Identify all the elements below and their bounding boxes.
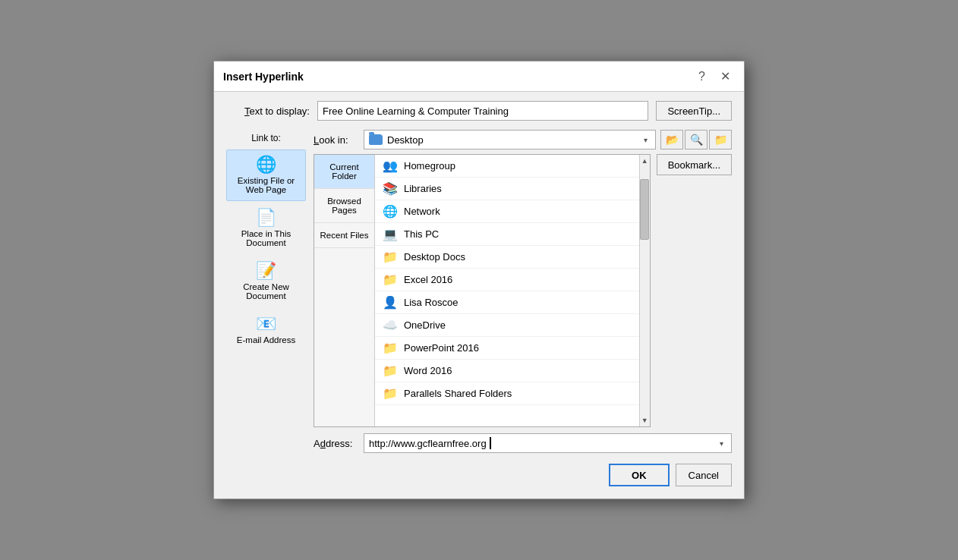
dialog-title: Insert Hyperlink — [223, 71, 304, 83]
list-item[interactable]: 📁 PowerPoint 2016 — [375, 337, 639, 360]
list-item[interactable]: 📚 Libraries — [375, 178, 639, 200]
scrollbar-thumb[interactable] — [640, 179, 649, 240]
ok-button[interactable]: OK — [609, 464, 670, 486]
existing-file-icon: 🌐 — [256, 156, 276, 173]
powerpoint-icon: 📁 — [383, 341, 398, 355]
title-bar: Insert Hyperlink ? ✕ — [214, 61, 744, 92]
existing-file-label: Existing File orWeb Page — [238, 176, 295, 194]
link-to-panel: Link to: 🌐 Existing File orWeb Page 📄 Pl… — [226, 130, 306, 486]
list-item[interactable]: 📁 Word 2016 — [375, 360, 639, 382]
address-input[interactable]: http://www.gcflearnfree.org ▾ — [364, 433, 732, 453]
address-row: Address: http://www.gcflearnfree.org ▾ — [314, 433, 732, 453]
browser-area: CurrentFolder BrowsedPages Recent Files … — [314, 154, 651, 427]
libraries-icon: 📚 — [383, 181, 398, 196]
list-item[interactable]: 👥 Homegroup — [375, 155, 639, 178]
text-display-row: Text to display: ScreenTip... — [226, 101, 732, 121]
browse-button[interactable]: 📂 — [660, 130, 683, 149]
list-item[interactable]: 💻 This PC — [375, 223, 639, 246]
help-button[interactable]: ? — [694, 68, 710, 85]
link-existing-file[interactable]: 🌐 Existing File orWeb Page — [226, 149, 306, 201]
file-name: OneDrive — [404, 319, 446, 331]
create-new-document-icon: 📝 — [256, 263, 276, 279]
screentip-button[interactable]: ScreenTip... — [656, 101, 732, 121]
file-name: Excel 2016 — [404, 274, 452, 285]
lisa-roscoe-icon: 👤 — [383, 295, 398, 310]
lookin-label: Look in: — [314, 134, 359, 146]
file-name: Libraries — [404, 183, 442, 194]
list-item[interactable]: 📁 Desktop Docs — [375, 246, 639, 269]
dialog-content: Text to display: ScreenTip... Link to: 🌐… — [214, 92, 744, 499]
link-place-in-document[interactable]: 📄 Place in ThisDocument — [226, 203, 306, 254]
file-name: Lisa Roscoe — [404, 297, 459, 308]
search-web-button[interactable]: 🔍 — [685, 130, 707, 149]
text-display-input[interactable] — [317, 101, 648, 121]
link-create-new-document[interactable]: 📝 Create NewDocument — [226, 256, 306, 307]
cancel-button[interactable]: Cancel — [676, 464, 732, 486]
parallels-icon: 📁 — [383, 386, 398, 401]
list-item[interactable]: 📁 Parallels Shared Folders — [375, 382, 639, 405]
lookin-value: Desktop — [387, 134, 424, 146]
text-display-label: Text to display: — [226, 105, 310, 117]
lookin-row: Look in: Desktop ▾ 📂 🔍 📁 — [314, 130, 732, 149]
homegroup-icon: 👥 — [383, 159, 398, 173]
address-label: Address: — [314, 438, 359, 449]
place-in-document-icon: 📄 — [256, 209, 276, 226]
onedrive-icon: ☁️ — [383, 318, 398, 332]
desktop-docs-icon: 📁 — [383, 250, 398, 264]
right-section: Look in: Desktop ▾ 📂 🔍 📁 — [314, 130, 732, 486]
list-item[interactable]: 👤 Lisa Roscoe — [375, 291, 639, 314]
file-name: Parallels Shared Folders — [404, 388, 512, 399]
file-name: Network — [404, 206, 440, 217]
list-item[interactable]: 🌐 Network — [375, 200, 639, 223]
file-name: This PC — [404, 228, 439, 240]
address-value: http://www.gcflearnfree.org — [369, 438, 487, 449]
close-button[interactable]: ✕ — [716, 68, 735, 85]
lookin-dropdown[interactable]: Desktop ▾ — [364, 130, 656, 149]
text-cursor — [490, 437, 491, 449]
email-address-icon: 📧 — [256, 316, 276, 332]
folder-icon — [369, 134, 383, 145]
file-name: Word 2016 — [404, 365, 452, 376]
insert-hyperlink-dialog: Insert Hyperlink ? ✕ Text to display: Sc… — [213, 61, 745, 499]
address-dropdown-arrow[interactable]: ▾ — [717, 439, 726, 448]
this-pc-icon: 💻 — [383, 227, 398, 241]
current-folder-tab[interactable]: CurrentFolder — [314, 155, 374, 189]
recent-files-tab[interactable]: Recent Files — [314, 223, 374, 248]
excel-icon: 📁 — [383, 272, 398, 287]
file-name: Homegroup — [404, 160, 455, 171]
word-icon: 📁 — [383, 363, 398, 378]
place-in-document-label: Place in ThisDocument — [241, 229, 291, 247]
link-email-address[interactable]: 📧 E-mail Address — [226, 309, 306, 351]
lookin-dropdown-arrow: ▾ — [641, 136, 651, 144]
title-bar-controls: ? ✕ — [694, 68, 735, 85]
scroll-up-arrow[interactable]: ▲ — [640, 155, 650, 167]
browsed-pages-tab[interactable]: BrowsedPages — [314, 189, 374, 223]
main-layout: Link to: 🌐 Existing File orWeb Page 📄 Pl… — [226, 130, 732, 486]
bookmark-button[interactable]: Bookmark... — [657, 154, 732, 175]
browser-section: CurrentFolder BrowsedPages Recent Files … — [314, 154, 732, 427]
lookin-toolbar: 📂 🔍 📁 — [660, 130, 732, 149]
list-item[interactable]: 📁 Excel 2016 — [375, 269, 639, 291]
recent-files-button[interactable]: 📁 — [709, 130, 732, 149]
file-name: Desktop Docs — [404, 251, 465, 263]
scroll-down-arrow[interactable]: ▼ — [640, 414, 650, 426]
side-buttons: Bookmark... — [657, 154, 732, 427]
bottom-buttons: OK Cancel — [314, 464, 732, 486]
list-item[interactable]: ☁️ OneDrive — [375, 314, 639, 337]
create-new-document-label: Create NewDocument — [243, 282, 289, 300]
scrollbar[interactable]: ▲ ▼ — [639, 155, 650, 426]
browser-left-nav: CurrentFolder BrowsedPages Recent Files — [314, 155, 375, 426]
network-icon: 🌐 — [383, 204, 398, 219]
email-address-label: E-mail Address — [237, 335, 295, 344]
file-list: 👥 Homegroup 📚 Libraries 🌐 Network — [375, 155, 639, 426]
file-name: PowerPoint 2016 — [404, 342, 479, 354]
link-to-label: Link to: — [251, 133, 281, 143]
